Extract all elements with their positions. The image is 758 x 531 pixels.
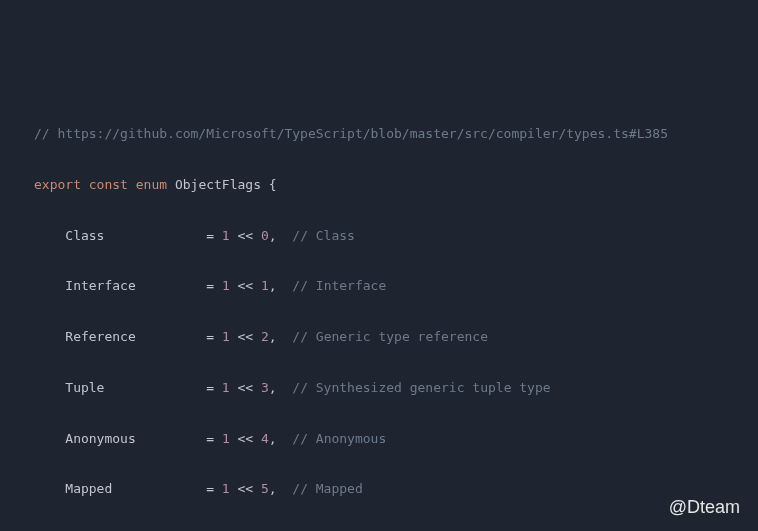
header-comment: // https://github.com/Microsoft/TypeScri…	[34, 121, 758, 146]
comment-text: // https://github.com/Microsoft/TypeScri…	[34, 126, 668, 141]
enum-name: ObjectFlags	[175, 177, 261, 192]
keyword-const: const	[89, 177, 128, 192]
keyword-enum: enum	[136, 177, 167, 192]
member-reference: Reference = 1 << 2, // Generic type refe…	[34, 324, 758, 349]
member-instantiated: Instantiated = 1 << 6, // Instantiated a…	[34, 527, 758, 531]
member-interface: Interface = 1 << 1, // Interface	[34, 273, 758, 298]
enum-declaration: export const enum ObjectFlags {	[34, 172, 758, 197]
member-mapped: Mapped = 1 << 5, // Mapped	[34, 476, 758, 501]
watermark: @Dteam	[669, 490, 740, 525]
brace-open: {	[261, 177, 277, 192]
member-anonymous: Anonymous = 1 << 4, // Anonymous	[34, 426, 758, 451]
member-tuple: Tuple = 1 << 3, // Synthesized generic t…	[34, 375, 758, 400]
member-class: Class = 1 << 0, // Class	[34, 223, 758, 248]
keyword-export: export	[34, 177, 81, 192]
